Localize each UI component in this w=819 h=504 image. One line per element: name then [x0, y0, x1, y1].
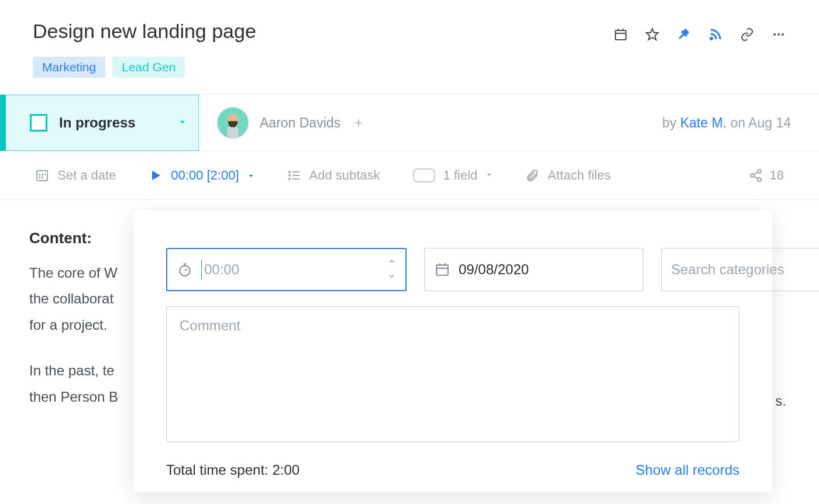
svg-marker-4 [646, 29, 658, 40]
svg-point-25 [289, 175, 290, 176]
svg-rect-18 [42, 177, 43, 178]
share-count: 18 [770, 168, 784, 183]
svg-point-26 [289, 178, 290, 179]
status-row: In progress Aaron Davids + by Kate M. on… [0, 94, 819, 151]
field-count-label: 1 field [443, 168, 478, 183]
set-date-label: Set a date [57, 168, 116, 183]
star-icon[interactable] [645, 27, 660, 42]
assignee-name[interactable]: Aaron Davids [260, 115, 340, 131]
share-button[interactable]: 18 [749, 168, 784, 183]
custom-fields-button[interactable]: 1 field [413, 168, 493, 183]
timer-label: 00:00 [2:00] [171, 168, 239, 183]
field-badge-icon [413, 168, 435, 182]
chevron-down-icon [486, 171, 493, 180]
categories-input-wrapper[interactable] [661, 248, 819, 291]
comment-input[interactable] [180, 317, 726, 431]
svg-marker-19 [152, 171, 160, 180]
time-input[interactable] [204, 261, 379, 278]
task-header: Design new landing page Marketing Lead G… [0, 0, 819, 82]
add-assignee-button[interactable]: + [355, 115, 363, 131]
timer-button[interactable]: 00:00 [2:00] [149, 168, 254, 183]
chevron-up-icon[interactable]: ⌃ [387, 261, 396, 268]
by-prefix: by [662, 115, 680, 130]
svg-line-31 [753, 172, 758, 175]
created-date: on Aug 14 [727, 115, 791, 130]
calendar-icon [434, 261, 450, 278]
svg-rect-15 [42, 174, 43, 175]
chevron-down-icon [247, 168, 254, 183]
task-toolbar: Set a date 00:00 [2:00] Add subtask 1 fi… [0, 151, 819, 200]
created-meta: by Kate M. on Aug 14 [662, 115, 819, 131]
svg-point-7 [777, 33, 780, 36]
author-link[interactable]: Kate M. [680, 115, 727, 130]
pin-icon[interactable] [676, 27, 691, 42]
play-icon [149, 168, 163, 182]
svg-point-30 [758, 178, 761, 181]
svg-point-5 [711, 38, 713, 40]
categories-input[interactable] [671, 261, 819, 278]
content-text: the collaborat [29, 291, 113, 306]
time-spinner[interactable]: ⌃ ⌄ [387, 261, 396, 278]
comment-box[interactable] [166, 306, 739, 442]
add-subtask-button[interactable]: Add subtask [287, 168, 380, 183]
time-entry-popover: ⌃ ⌄ Total time spent: 2:00 Show all reco… [133, 210, 772, 492]
rss-icon[interactable] [708, 27, 723, 42]
complete-checkbox[interactable] [30, 114, 47, 132]
link-icon[interactable] [739, 27, 755, 42]
text-cursor [201, 260, 202, 279]
svg-rect-12 [228, 127, 239, 138]
date-input[interactable] [459, 261, 634, 278]
share-icon [749, 168, 763, 182]
svg-point-33 [180, 266, 190, 276]
more-icon[interactable] [771, 27, 786, 42]
svg-rect-37 [436, 265, 448, 275]
tag-marketing[interactable]: Marketing [33, 57, 105, 78]
content-text: then Person B [29, 389, 118, 405]
calendar-icon[interactable] [613, 27, 628, 42]
svg-marker-9 [180, 120, 185, 123]
header-actions [613, 20, 786, 42]
svg-line-34 [185, 269, 187, 271]
chevron-down-icon [178, 117, 187, 129]
total-value: 2:00 [272, 462, 300, 478]
task-title[interactable]: Design new landing page [33, 20, 256, 43]
stopwatch-icon [177, 261, 193, 278]
total-label-text: Total time spent: [166, 462, 272, 478]
total-time-label: Total time spent: 2:00 [166, 462, 300, 478]
content-text-fragment: s. [775, 393, 786, 409]
status-selector[interactable]: In progress [0, 95, 199, 151]
svg-rect-17 [39, 177, 40, 178]
attach-files-label: Attach files [548, 168, 611, 183]
svg-rect-16 [44, 174, 46, 175]
show-all-records-link[interactable]: Show all records [636, 462, 739, 478]
add-subtask-label: Add subtask [309, 168, 380, 183]
date-input-wrapper[interactable] [424, 248, 644, 291]
avatar[interactable] [216, 106, 249, 139]
time-input-wrapper[interactable]: ⌃ ⌄ [166, 248, 407, 291]
set-date-button[interactable]: Set a date [35, 168, 116, 183]
content-text: for a project. [29, 317, 107, 333]
svg-rect-0 [615, 30, 626, 40]
tag-lead-gen[interactable]: Lead Gen [112, 57, 185, 78]
svg-marker-20 [249, 175, 253, 177]
assignee-block: Aaron Davids + [199, 106, 662, 139]
list-icon [287, 168, 301, 182]
svg-line-32 [753, 177, 758, 179]
svg-point-28 [758, 170, 761, 173]
chevron-down-icon[interactable]: ⌄ [387, 271, 396, 278]
svg-point-8 [782, 33, 784, 36]
attach-files-button[interactable]: Attach files [525, 168, 611, 183]
svg-point-6 [773, 33, 776, 36]
content-text: In the past, te [29, 363, 114, 378]
svg-rect-13 [37, 171, 47, 181]
tags-row: Marketing Lead Gen [33, 57, 256, 78]
status-label: In progress [59, 115, 167, 131]
calendar-grid-icon [35, 168, 49, 182]
content-text: The core of W [29, 265, 118, 281]
svg-point-29 [751, 174, 754, 177]
svg-marker-27 [487, 174, 491, 176]
paperclip-icon [525, 168, 539, 182]
svg-point-24 [289, 171, 290, 172]
svg-rect-14 [39, 174, 40, 175]
